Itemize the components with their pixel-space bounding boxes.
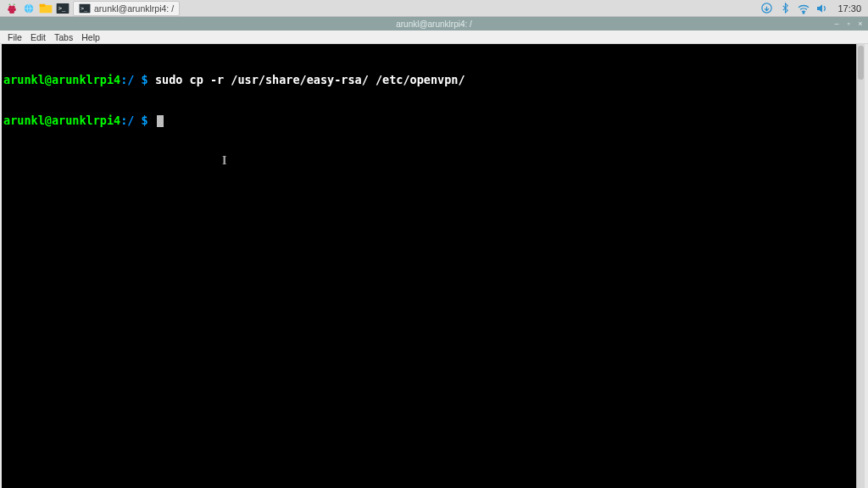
svg-text:>_: >_ [81, 4, 87, 11]
raspberry-menu-icon[interactable] [4, 1, 19, 16]
terminal-line: arunkl@arunklrpi4:/ $ sudo cp -r /usr/sh… [3, 73, 854, 86]
terminal-line: arunkl@arunklrpi4:/ $ [3, 114, 854, 127]
terminal-scrollbar[interactable] [856, 44, 865, 488]
taskbar-item-label: arunkl@arunklrpi4: / [94, 3, 174, 14]
bluetooth-icon[interactable] [778, 2, 792, 15]
wifi-icon[interactable] [797, 2, 810, 15]
minimize-button[interactable]: – [832, 19, 841, 28]
window-titlebar[interactable]: arunkl@arunklrpi4: / – ▫ × [0, 17, 868, 30]
prompt-user: arunkl [3, 73, 45, 86]
prompt-user: arunkl [3, 114, 45, 127]
window-controls: – ▫ × [832, 17, 865, 30]
close-button[interactable]: × [856, 19, 865, 28]
taskbar-terminal-icon: >_ [79, 3, 91, 14]
terminal-cursor [157, 115, 164, 127]
updates-icon[interactable] [760, 2, 773, 15]
menu-file[interactable]: File [3, 32, 26, 42]
volume-icon[interactable] [815, 2, 829, 15]
menu-tabs[interactable]: Tabs [50, 32, 77, 42]
clock[interactable]: 17:30 [834, 3, 865, 14]
window-title: arunkl@arunklrpi4: / [396, 19, 472, 29]
svg-text:>_: >_ [58, 4, 66, 12]
svg-rect-9 [40, 3, 46, 6]
scrollbar-thumb[interactable] [858, 46, 864, 80]
maximize-button[interactable]: ▫ [844, 19, 853, 28]
file-manager-icon[interactable] [38, 1, 53, 16]
taskbar-item-terminal[interactable]: >_ arunkl@arunklrpi4: / [73, 1, 180, 16]
terminal[interactable]: arunkl@arunklrpi4:/ $ sudo cp -r /usr/sh… [2, 44, 856, 488]
terminal-launcher-icon[interactable]: >_ [55, 1, 70, 16]
prompt-dollar: $ [134, 114, 154, 127]
command-text: sudo cp -r /usr/share/easy-rsa/ /etc/ope… [155, 73, 465, 86]
panel-right: 17:30 [760, 0, 865, 16]
terminal-container: arunkl@arunklrpi4:/ $ sudo cp -r /usr/sh… [0, 44, 868, 488]
prompt-host: arunklrpi4 [52, 114, 120, 127]
menu-help[interactable]: Help [77, 32, 104, 42]
menu-edit[interactable]: Edit [26, 32, 50, 42]
prompt-at: @ [45, 114, 52, 127]
prompt-at: @ [45, 73, 52, 86]
web-browser-icon[interactable] [21, 1, 36, 16]
top-panel: >_ >_ arunkl@arunklrpi4: / 17:30 [0, 0, 868, 17]
prompt-host: arunklrpi4 [52, 73, 120, 86]
panel-left: >_ >_ arunkl@arunklrpi4: / [3, 0, 180, 16]
prompt-dollar: $ [134, 73, 154, 86]
menubar: File Edit Tabs Help [0, 30, 868, 44]
svg-point-15 [804, 12, 805, 14]
svg-point-6 [11, 10, 14, 14]
mouse-ibeam-cursor: I [222, 154, 226, 168]
